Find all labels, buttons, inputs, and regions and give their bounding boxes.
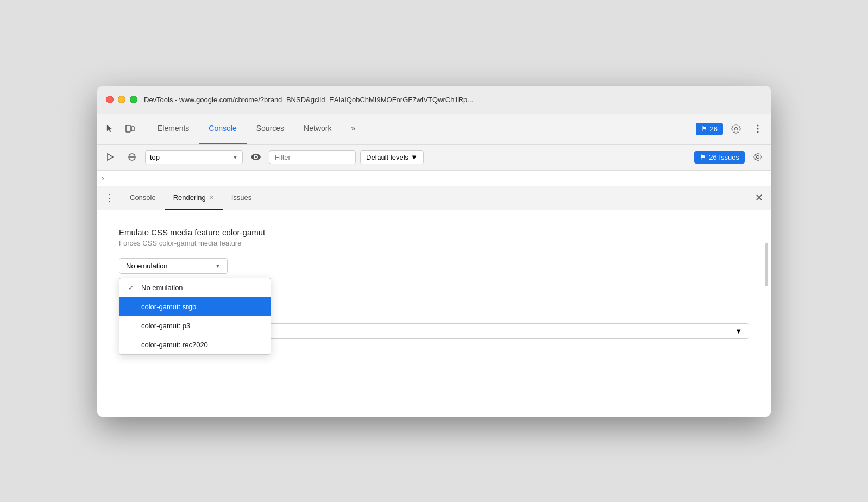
tab-elements[interactable]: Elements <box>148 114 199 144</box>
drawer-tab-rendering[interactable]: Rendering ✕ <box>165 186 223 210</box>
rendering-content: Emulate CSS media feature color-gamut Fo… <box>97 210 771 417</box>
tab-console[interactable]: Console <box>199 114 246 144</box>
dropdown-item-no-emulation[interactable]: No emulation <box>119 278 271 297</box>
window-title: DevTools - www.google.com/chrome/?brand=… <box>144 96 762 104</box>
levels-select[interactable]: Default levels ▼ <box>360 150 424 164</box>
svg-point-8 <box>757 156 759 159</box>
titlebar: DevTools - www.google.com/chrome/?brand=… <box>97 86 771 114</box>
scrollbar-thumb <box>765 243 768 286</box>
main-nav-tabs: Elements Console Sources Network » <box>148 114 365 144</box>
no-entry-button[interactable] <box>123 148 141 166</box>
tab-sources[interactable]: Sources <box>247 114 294 144</box>
vision-arrow-icon: ▼ <box>735 327 742 335</box>
cursor-icon <box>105 124 115 134</box>
close-button[interactable] <box>106 96 114 103</box>
dropdown-item-p3[interactable]: color-gamut: p3 <box>119 316 271 335</box>
dropdown-item-rec2020[interactable]: color-gamut: rec2020 <box>119 335 271 354</box>
color-gamut-subtitle: Forces CSS color-gamut media feature <box>119 239 749 247</box>
select-arrow-icon: ▼ <box>215 263 221 269</box>
svg-point-2 <box>757 125 759 127</box>
drawer-menu-icon[interactable]: ⋮ <box>102 190 117 205</box>
tab-more[interactable]: » <box>341 114 365 144</box>
svg-marker-5 <box>108 154 113 160</box>
flag-icon: ⚑ <box>701 125 707 133</box>
scrollbar[interactable] <box>764 210 769 417</box>
svg-point-4 <box>757 131 759 133</box>
chevron-down-icon: ▼ <box>232 154 238 160</box>
levels-arrow-icon: ▼ <box>411 153 418 161</box>
issues-count-badge[interactable]: ⚑ 26 <box>696 123 723 135</box>
close-rendering-tab[interactable]: ✕ <box>209 194 214 201</box>
main-toolbar: Elements Console Sources Network » ⚑ <box>97 114 771 145</box>
console-settings-button[interactable] <box>749 148 766 166</box>
inspect-element-button[interactable] <box>102 120 119 137</box>
maximize-button[interactable] <box>130 96 137 103</box>
drawer-tabs: ⋮ Console Rendering ✕ Issues ✕ <box>97 186 771 210</box>
drawer-tab-console[interactable]: Console <box>121 186 165 210</box>
svg-rect-1 <box>131 127 134 131</box>
tab-network[interactable]: Network <box>294 114 341 144</box>
eye-icon[interactable] <box>247 148 265 166</box>
color-gamut-dropdown-wrapper: No emulation ▼ No emulation color-gamut:… <box>119 258 228 274</box>
traffic-lights <box>106 96 137 103</box>
svg-point-3 <box>757 128 759 130</box>
filter-input[interactable] <box>269 150 356 164</box>
devtools-window: DevTools - www.google.com/chrome/?brand=… <box>97 86 771 417</box>
minimize-button[interactable] <box>118 96 125 103</box>
device-toolbar-button[interactable] <box>121 120 139 137</box>
toolbar-right: ⚑ 26 <box>696 120 766 137</box>
toolbar2-right: ⚑ 26 Issues <box>694 148 766 166</box>
svg-rect-0 <box>126 126 130 132</box>
toolbar-divider <box>143 121 143 136</box>
drawer: › ⋮ Console Rendering ✕ Issues ✕ Emulate… <box>97 171 771 417</box>
drawer-arrow-row: › <box>97 171 771 186</box>
clear-console-button[interactable] <box>102 148 119 166</box>
color-gamut-dropdown-menu: No emulation color-gamut: srgb color-gam… <box>119 278 271 355</box>
play-icon <box>106 153 115 161</box>
flag-icon-2: ⚑ <box>700 153 706 161</box>
gear-icon <box>731 124 741 134</box>
no-entry-icon <box>128 153 136 161</box>
device-icon <box>125 124 135 134</box>
color-gamut-title: Emulate CSS media feature color-gamut <box>119 228 749 237</box>
color-gamut-select[interactable]: No emulation ▼ <box>119 258 228 274</box>
issues-badge-secondary[interactable]: ⚑ 26 Issues <box>694 151 745 164</box>
gear-icon-2 <box>753 153 762 161</box>
drawer-tab-issues[interactable]: Issues <box>223 186 261 210</box>
context-select[interactable]: top ▼ <box>145 150 243 164</box>
three-dots-icon <box>757 124 759 133</box>
expand-icon[interactable]: › <box>102 174 104 183</box>
more-options-button[interactable] <box>749 120 766 137</box>
console-toolbar: top ▼ Default levels ▼ ⚑ 26 Issues <box>97 145 771 171</box>
dropdown-item-srgb[interactable]: color-gamut: srgb <box>119 297 271 316</box>
settings-button[interactable] <box>727 120 745 137</box>
devtools-container: Elements Console Sources Network » ⚑ <box>97 114 771 417</box>
close-drawer-button[interactable]: ✕ <box>751 190 766 205</box>
visibility-icon <box>251 154 261 160</box>
